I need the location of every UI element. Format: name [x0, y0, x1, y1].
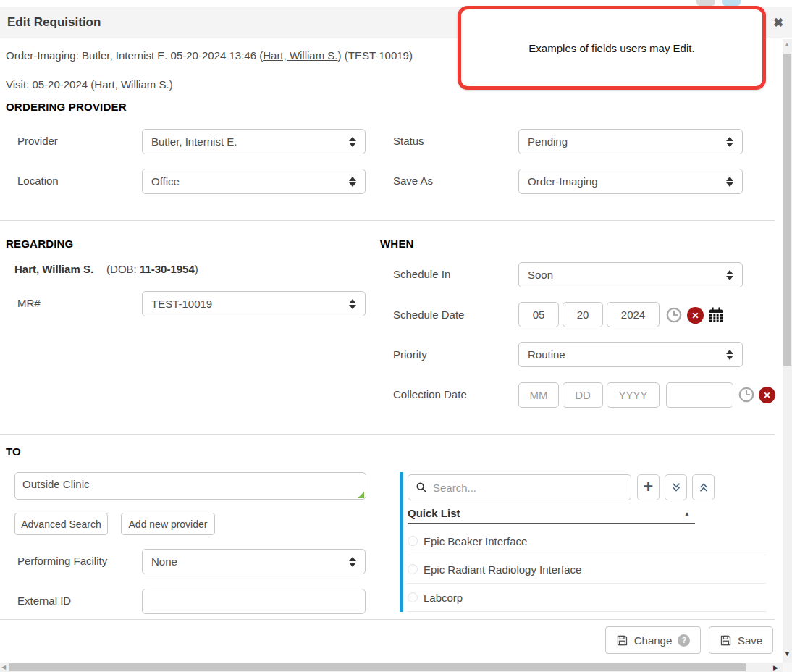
directory-search [408, 474, 631, 500]
schedule-month-input[interactable] [518, 302, 559, 327]
select-caret-icon [349, 557, 356, 567]
scroll-right-icon[interactable]: ▶ [773, 665, 778, 671]
expand-all-button[interactable] [665, 474, 687, 500]
radio-icon[interactable] [408, 536, 418, 546]
quick-list-item[interactable]: Labcorp [408, 584, 766, 612]
scroll-down-icon[interactable]: ▼ [784, 651, 791, 658]
scrollbar-corner [783, 663, 792, 672]
search-input[interactable] [433, 475, 631, 500]
regarding-heading: REGARDING [6, 238, 73, 250]
clock-icon[interactable] [666, 307, 682, 326]
location-label: Location [17, 175, 59, 187]
calendar-icon[interactable] [707, 306, 725, 327]
quick-list-item-label: Labcorp [424, 592, 463, 604]
clipped-toolbar-button-blue [722, 0, 741, 6]
mr-label: MR# [17, 297, 41, 309]
save-as-label: Save As [393, 175, 433, 187]
radio-icon[interactable] [408, 564, 418, 574]
schedule-year-input[interactable] [607, 302, 660, 327]
resize-handle[interactable] [358, 492, 364, 498]
save-as-value: Order-Imaging [528, 175, 598, 188]
advanced-search-button[interactable]: Advanced Search [14, 513, 108, 535]
when-heading: WHEN [380, 238, 414, 250]
clear-date-icon[interactable]: ✕ [759, 387, 775, 403]
save-as-select[interactable]: Order-Imaging [518, 169, 743, 194]
edit-requisition-dialog: Edit Requisition ✖ Examples of fields us… [0, 0, 792, 672]
change-button[interactable]: Change ? [605, 626, 701, 654]
add-new-provider-button[interactable]: Add new provider [121, 513, 215, 535]
patient-link[interactable]: Hart, William S. [263, 49, 337, 62]
patient-name: Hart, William S. [14, 263, 93, 275]
dob-suffix: ) [195, 263, 198, 275]
dob-prefix: (DOB: [106, 263, 140, 275]
quick-list-header[interactable]: Quick List ▲ [408, 507, 695, 524]
schedule-in-value: Soon [528, 269, 553, 281]
save-disk-icon [720, 634, 732, 647]
patient-dob-line: Hart, William S.(DOB: 11-30-1954) [14, 263, 198, 275]
help-icon[interactable]: ? [678, 634, 690, 647]
schedule-date-label: Schedule Date [393, 308, 464, 321]
scroll-up-icon[interactable]: ▲ [784, 42, 790, 48]
select-caret-icon [349, 177, 356, 187]
priority-value: Routine [528, 348, 565, 361]
performing-facility-select[interactable]: None [142, 549, 366, 574]
select-caret-icon [726, 270, 733, 280]
priority-label: Priority [393, 348, 427, 361]
clock-icon[interactable] [738, 387, 754, 406]
double-chevron-up-icon [697, 481, 710, 494]
provider-label: Provider [17, 135, 58, 147]
footer-divider [0, 619, 775, 620]
quick-list-item[interactable]: Epic Radiant Radiology Interface [408, 555, 766, 584]
dialog-title: Edit Requisition [7, 15, 101, 30]
close-icon[interactable]: ✖ [769, 15, 788, 30]
status-label: Status [393, 135, 424, 147]
horizontal-scrollbar-thumb[interactable] [9, 663, 746, 671]
advanced-search-label: Advanced Search [21, 518, 101, 530]
performing-facility-value: None [151, 555, 177, 568]
add-button[interactable]: + [637, 474, 660, 500]
order-summary-mid: ) ( [338, 49, 348, 62]
schedule-in-select[interactable]: Soon [518, 262, 743, 287]
status-value: Pending [528, 135, 568, 148]
order-summary-suffix: ) [409, 49, 413, 62]
collection-time-input[interactable] [666, 382, 733, 408]
radio-icon[interactable] [408, 592, 418, 602]
status-select[interactable]: Pending [518, 129, 743, 154]
vertical-scrollbar-thumb[interactable] [783, 54, 791, 366]
section-divider [0, 434, 775, 435]
recipient-textarea[interactable]: Outside Clinic [14, 472, 366, 500]
plus-icon: + [644, 479, 653, 495]
order-summary-prefix: Order-Imaging: Butler, Internist E. 05-2… [6, 49, 263, 62]
mr-value: TEST-10019 [151, 298, 212, 310]
save-button[interactable]: Save [709, 626, 773, 654]
select-caret-icon [349, 299, 356, 309]
select-caret-icon [349, 137, 356, 147]
collection-year-input[interactable] [607, 382, 660, 408]
select-caret-icon [726, 137, 733, 147]
clipped-toolbar-button [696, 0, 715, 6]
add-new-provider-label: Add new provider [129, 518, 208, 530]
external-id-input[interactable] [142, 589, 366, 614]
schedule-day-input[interactable] [563, 302, 603, 327]
order-summary-id: TEST-10019 [348, 49, 409, 62]
quick-list-title: Quick List [408, 507, 460, 519]
collection-month-input[interactable] [518, 382, 559, 408]
mr-select[interactable]: TEST-10019 [142, 291, 366, 316]
quick-list-item-label: Epic Beaker Interface [424, 535, 527, 547]
collection-day-input[interactable] [563, 382, 603, 408]
change-label: Change [634, 634, 673, 647]
save-disk-icon [616, 634, 628, 647]
clear-date-icon[interactable]: ✕ [687, 307, 704, 324]
collapse-all-button[interactable] [692, 474, 715, 500]
quick-list-item-label: Epic Radiant Radiology Interface [424, 563, 581, 576]
dob-value: 11-30-1954 [140, 263, 195, 275]
save-label: Save [738, 634, 762, 647]
collapse-triangle-icon[interactable]: ▲ [683, 510, 691, 518]
to-heading: TO [6, 445, 21, 458]
priority-select[interactable]: Routine [518, 342, 743, 367]
scroll-left-icon[interactable]: ◀ [1, 665, 6, 671]
quick-list-item[interactable]: Epic Beaker Interface [408, 527, 766, 555]
provider-select[interactable]: Butler, Internist E. [142, 129, 366, 154]
panel-accent-bar [400, 472, 403, 612]
location-select[interactable]: Office [142, 169, 366, 194]
